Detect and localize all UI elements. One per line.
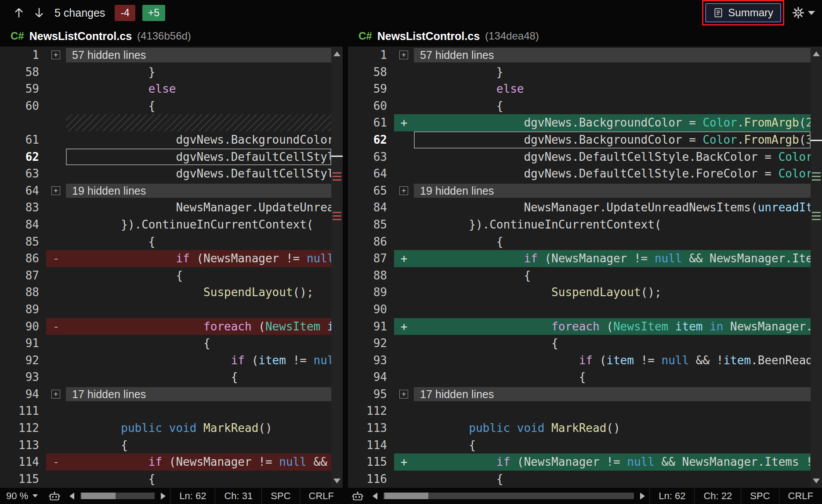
code-line[interactable]: } xyxy=(66,64,331,81)
code-line[interactable]: { xyxy=(414,267,811,284)
next-change-button[interactable] xyxy=(29,3,49,23)
scroll-up-arrow-icon[interactable] xyxy=(811,48,822,59)
file-name: NewsListControl.cs xyxy=(29,30,132,43)
code-line[interactable]: dgvNews.BackgroundColor = Color.FromArgb… xyxy=(414,131,811,149)
diff-marker-gutter xyxy=(46,64,66,81)
hidden-lines-bar[interactable]: 17 hidden lines xyxy=(66,387,331,402)
expand-region-gutter[interactable]: + xyxy=(46,386,66,403)
code-line[interactable]: { xyxy=(414,98,811,115)
code-line[interactable]: dgvNews.DefaultCellStyle.BackColor = Col… xyxy=(414,149,811,166)
whitespace-mode-indicator[interactable]: SPC xyxy=(741,488,779,504)
expand-icon[interactable]: + xyxy=(51,186,60,195)
summary-button[interactable]: Summary xyxy=(705,3,781,22)
line-indicator[interactable]: Ln: 62 xyxy=(170,488,215,504)
code-line[interactable]: { xyxy=(66,98,331,115)
code-line[interactable]: SuspendLayout(); xyxy=(66,284,331,301)
code-line[interactable]: SuspendLayout(); xyxy=(414,284,811,301)
line-indicator[interactable]: Ln: 62 xyxy=(649,488,694,504)
copilot-robot-icon[interactable] xyxy=(351,491,364,501)
settings-dropdown-caret-icon[interactable] xyxy=(808,11,815,15)
whitespace-mode-indicator[interactable]: SPC xyxy=(261,488,299,504)
hidden-lines-bar[interactable]: 19 hidden lines xyxy=(414,184,811,198)
code-line[interactable]: { xyxy=(66,233,331,250)
hscroll-left-arrow-icon[interactable] xyxy=(373,493,377,500)
code-editor-right[interactable]: 1+57 hidden lines58 }59 else60 {61+ dgvN… xyxy=(348,47,811,488)
settings-gear-icon[interactable] xyxy=(792,7,804,19)
code-line[interactable] xyxy=(66,402,331,420)
code-line[interactable]: if (NewsManager != null && NewsManager.I… xyxy=(414,250,811,267)
code-line[interactable]: if (NewsManager != null) xyxy=(66,250,331,267)
expand-icon[interactable]: + xyxy=(399,51,408,59)
hscroll-thumb[interactable] xyxy=(384,493,428,499)
expand-icon[interactable]: + xyxy=(399,186,408,195)
horizontal-scrollbar-right[interactable] xyxy=(384,493,634,499)
diff-marker-gutter xyxy=(46,437,66,454)
hscroll-left-arrow-icon[interactable] xyxy=(69,493,74,500)
code-line[interactable]: { xyxy=(414,471,811,488)
line-number: 87 xyxy=(348,250,394,267)
expand-region-gutter[interactable]: + xyxy=(46,182,66,199)
line-ending-indicator[interactable]: CRLF xyxy=(300,488,343,504)
code-line[interactable]: foreach (NewsItem item in NewsManager.It… xyxy=(414,318,811,335)
pane-divider[interactable] xyxy=(343,25,348,504)
horizontal-scrollbar-left[interactable] xyxy=(80,493,155,499)
code-line[interactable]: }).ContinueInCurrentContext( xyxy=(414,216,811,233)
line-ending-indicator[interactable]: CRLF xyxy=(779,488,822,504)
code-line[interactable]: { xyxy=(66,267,331,284)
code-line[interactable]: NewsManager.UpdateUnreadNewsItems(unread… xyxy=(66,199,331,216)
vertical-scrollbar-right[interactable] xyxy=(811,47,822,488)
code-line[interactable]: { xyxy=(414,233,811,250)
zoom-dropdown[interactable]: 90 % xyxy=(0,488,44,504)
code-line[interactable] xyxy=(414,301,811,318)
code-line[interactable]: public void MarkRead() xyxy=(66,420,331,437)
char-indicator[interactable]: Ch: 31 xyxy=(215,488,261,504)
hscroll-thumb[interactable] xyxy=(81,493,116,499)
code-line[interactable]: else xyxy=(414,80,811,98)
expand-icon[interactable]: + xyxy=(51,51,60,59)
code-line[interactable]: if (NewsManager != null && NewsItems.Cou… xyxy=(66,453,331,471)
scroll-up-arrow-icon[interactable] xyxy=(331,48,343,59)
code-line[interactable]: { xyxy=(66,437,331,454)
copilot-robot-icon[interactable] xyxy=(48,491,61,501)
expand-region-gutter[interactable]: + xyxy=(394,386,414,403)
code-line[interactable]: dgvNews.BackgroundColor = Color.FromArgb… xyxy=(66,131,331,149)
code-line[interactable]: { xyxy=(414,369,811,386)
scroll-down-arrow-icon[interactable] xyxy=(811,475,822,486)
code-line[interactable]: NewsManager.UpdateUnreadNewsItems(unread… xyxy=(414,199,811,216)
hidden-lines-bar[interactable]: 57 hidden lines xyxy=(414,48,811,62)
expand-region-gutter[interactable]: + xyxy=(394,182,414,199)
hscroll-right-arrow-icon[interactable] xyxy=(640,493,645,500)
expand-region-gutter[interactable]: + xyxy=(394,47,414,64)
code-line[interactable] xyxy=(414,402,811,420)
expand-region-gutter[interactable]: + xyxy=(46,47,66,64)
char-indicator[interactable]: Ch: 22 xyxy=(694,488,741,504)
expand-icon[interactable]: + xyxy=(51,390,60,399)
previous-change-button[interactable] xyxy=(9,3,29,23)
scroll-down-arrow-icon[interactable] xyxy=(331,475,343,486)
expand-icon[interactable]: + xyxy=(399,390,408,399)
vertical-scrollbar-left[interactable] xyxy=(331,47,343,488)
code-line[interactable]: if (item != null && !item.BeenRead) xyxy=(66,352,331,369)
code-line[interactable]: { xyxy=(66,335,331,352)
code-line[interactable]: }).ContinueInCurrentContext( xyxy=(66,216,331,233)
code-line[interactable]: { xyxy=(414,335,811,352)
code-line[interactable]: } xyxy=(414,64,811,81)
code-line[interactable]: foreach (NewsItem item in items) xyxy=(66,318,331,335)
code-line[interactable]: if (item != null && !item.BeenRead) xyxy=(414,352,811,369)
code-line[interactable]: dgvNews.DefaultCellStyle.ForeColor = Col… xyxy=(66,165,331,182)
code-line[interactable]: { xyxy=(66,471,331,488)
code-line[interactable]: dgvNews.DefaultCellStyle.ForeColor = Col… xyxy=(414,165,811,182)
code-line[interactable]: dgvNews.DefaultCellStyle.BackColor = Col… xyxy=(66,149,331,166)
hscroll-right-arrow-icon[interactable] xyxy=(161,493,166,500)
code-editor-left[interactable]: 1+57 hidden lines58 }59 else60 {61 dgvNe… xyxy=(0,47,331,488)
code-line[interactable]: dgvNews.BackgroundColor = Color.FromArgb… xyxy=(414,114,811,131)
hidden-lines-bar[interactable]: 19 hidden lines xyxy=(66,184,331,198)
code-line[interactable]: { xyxy=(66,369,331,386)
code-line[interactable]: else xyxy=(66,80,331,98)
code-line[interactable]: { xyxy=(414,437,811,454)
hidden-lines-bar[interactable]: 17 hidden lines xyxy=(414,387,811,402)
hidden-lines-bar[interactable]: 57 hidden lines xyxy=(66,48,331,62)
code-line[interactable]: public void MarkRead() xyxy=(414,420,811,437)
code-line[interactable] xyxy=(66,301,331,318)
code-line[interactable]: if (NewsManager != null && NewsManager.I… xyxy=(414,453,811,471)
